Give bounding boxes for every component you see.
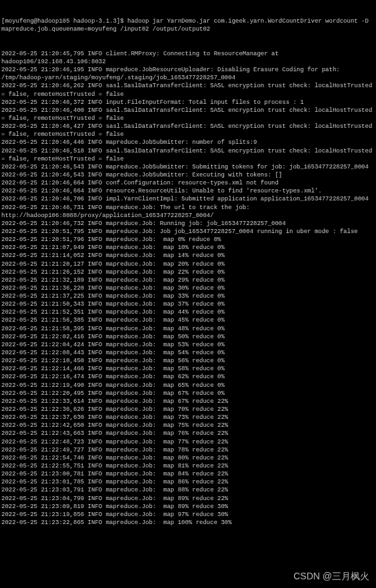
log-line: 2022-05-25 21:22:54,746 INFO mapreduce.J… bbox=[1, 454, 375, 462]
log-line: 2022-05-25 21:20:46,400 INFO sasl.SaslDa… bbox=[1, 107, 375, 123]
log-line: 2022-05-25 21:22:42,650 INFO mapreduce.J… bbox=[1, 422, 375, 430]
log-line: 2022-05-25 21:21:26,152 INFO mapreduce.J… bbox=[1, 268, 375, 276]
log-line: 2022-05-25 21:22:55,751 INFO mapreduce.J… bbox=[1, 462, 375, 470]
log-line: 2022-05-25 21:22:02,416 INFO mapreduce.J… bbox=[1, 333, 375, 341]
log-line: 2022-05-25 21:20:51,795 INFO mapreduce.J… bbox=[1, 228, 375, 236]
log-line: 2022-05-25 21:21:07,949 INFO mapreduce.J… bbox=[1, 244, 375, 252]
log-line: 2022-05-25 21:20:46,731 INFO mapreduce.J… bbox=[1, 204, 375, 220]
log-line: 2022-05-25 21:20:46,664 INFO conf.Config… bbox=[1, 179, 375, 187]
log-line: 2022-05-25 21:21:56,385 INFO mapreduce.J… bbox=[1, 316, 375, 324]
log-line: 2022-05-25 21:20:46,732 INFO mapreduce.J… bbox=[1, 220, 375, 228]
log-line: 2022-05-25 21:21:32,189 INFO mapreduce.J… bbox=[1, 276, 375, 284]
terminal-output: [moyufeng@hadoop105 hadoop-3.1.3]$ hadoo… bbox=[1, 1, 375, 535]
log-line: 2022-05-25 21:20:46,446 INFO mapreduce.J… bbox=[1, 139, 375, 147]
log-line: 2022-05-25 21:22:37,630 INFO mapreduce.J… bbox=[1, 414, 375, 422]
log-line: 2022-05-25 21:21:14,052 INFO mapreduce.J… bbox=[1, 252, 375, 260]
log-line: 2022-05-25 21:20:46,427 INFO sasl.SaslDa… bbox=[1, 123, 375, 139]
log-lines-container: 2022-05-25 21:20:45,795 INFO client.RMPr… bbox=[1, 50, 375, 527]
log-line: 2022-05-25 21:22:33,614 INFO mapreduce.J… bbox=[1, 398, 375, 406]
log-line: 2022-05-25 21:22:19,490 INFO mapreduce.J… bbox=[1, 382, 375, 390]
log-line: 2022-05-25 21:22:48,723 INFO mapreduce.J… bbox=[1, 438, 375, 446]
log-line: 2022-05-25 21:23:04,799 INFO mapreduce.J… bbox=[1, 495, 375, 503]
log-line: 2022-05-25 21:20:51,796 INFO mapreduce.J… bbox=[1, 236, 375, 244]
log-line: 2022-05-25 21:22:14,466 INFO mapreduce.J… bbox=[1, 365, 375, 373]
log-line: 2022-05-25 21:20:46,372 INFO input.FileI… bbox=[1, 99, 375, 107]
log-line: 2022-05-25 21:23:01,785 INFO mapreduce.J… bbox=[1, 478, 375, 486]
log-line: 2022-05-25 21:22:43,663 INFO mapreduce.J… bbox=[1, 430, 375, 438]
log-line: 2022-05-25 21:22:36,626 INFO mapreduce.J… bbox=[1, 406, 375, 414]
log-line: 2022-05-25 21:20:46,195 INFO mapreduce.J… bbox=[1, 66, 375, 82]
log-line: 2022-05-25 21:22:49,727 INFO mapreduce.J… bbox=[1, 446, 375, 454]
shell-prompt: [moyufeng@hadoop105 hadoop-3.1.3]$ bbox=[1, 18, 127, 25]
log-line: 2022-05-25 21:21:37,225 INFO mapreduce.J… bbox=[1, 292, 375, 300]
log-line: 2022-05-25 21:21:58,395 INFO mapreduce.J… bbox=[1, 325, 375, 333]
log-line: 2022-05-25 21:23:00,781 INFO mapreduce.J… bbox=[1, 470, 375, 478]
log-line: 2022-05-25 21:22:04,424 INFO mapreduce.J… bbox=[1, 341, 375, 349]
log-line: 2022-05-25 21:23:19,856 INFO mapreduce.J… bbox=[1, 511, 375, 519]
command-line: [moyufeng@hadoop105 hadoop-3.1.3]$ hadoo… bbox=[1, 17, 375, 33]
log-line: 2022-05-25 21:21:52,351 INFO mapreduce.J… bbox=[1, 308, 375, 316]
watermark-text: CSDN @三月枫火 bbox=[293, 570, 369, 583]
log-line: 2022-05-25 21:20:46,543 INFO mapreduce.J… bbox=[1, 171, 375, 179]
log-line: 2022-05-25 21:22:16,474 INFO mapreduce.J… bbox=[1, 373, 375, 381]
log-line: 2022-05-25 21:22:08,443 INFO mapreduce.J… bbox=[1, 349, 375, 357]
log-line: 2022-05-25 21:20:46,518 INFO sasl.SaslDa… bbox=[1, 147, 375, 163]
log-line: 2022-05-25 21:20:46,262 INFO sasl.SaslDa… bbox=[1, 82, 375, 98]
log-line: 2022-05-25 21:22:20,495 INFO mapreduce.J… bbox=[1, 390, 375, 398]
log-line: 2022-05-25 21:22:10,450 INFO mapreduce.J… bbox=[1, 357, 375, 365]
log-line: 2022-05-25 21:20:46,706 INFO impl.YarnCl… bbox=[1, 195, 375, 203]
log-line: 2022-05-25 21:21:50,343 INFO mapreduce.J… bbox=[1, 300, 375, 308]
log-line: 2022-05-25 21:23:03,791 INFO mapreduce.J… bbox=[1, 486, 375, 494]
log-line: 2022-05-25 21:23:09,819 INFO mapreduce.J… bbox=[1, 503, 375, 511]
log-line: 2022-05-25 21:20:46,543 INFO mapreduce.J… bbox=[1, 163, 375, 171]
log-line: 2022-05-25 21:21:20,127 INFO mapreduce.J… bbox=[1, 260, 375, 268]
log-line: 2022-05-25 21:23:22,865 INFO mapreduce.J… bbox=[1, 519, 375, 527]
log-line: 2022-05-25 21:20:46,664 INFO resource.Re… bbox=[1, 187, 375, 195]
log-line: 2022-05-25 21:21:36,220 INFO mapreduce.J… bbox=[1, 284, 375, 292]
log-line: 2022-05-25 21:20:45,795 INFO client.RMPr… bbox=[1, 50, 375, 66]
